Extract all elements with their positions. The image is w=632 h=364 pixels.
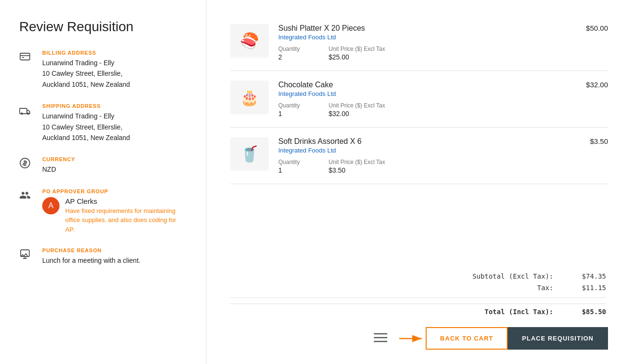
bottom-bar: BACK TO CART PLACE REQUISITION bbox=[230, 327, 608, 350]
item-image: 🍣 bbox=[230, 24, 269, 58]
item-supplier: Integrated Foods Ltd bbox=[278, 147, 565, 154]
unit-price-value: $32.00 bbox=[329, 110, 385, 117]
item-image: 🎂 bbox=[230, 81, 269, 114]
currency-icon bbox=[19, 157, 36, 170]
unit-price-label: Unit Price ($) Excl Tax bbox=[329, 159, 385, 165]
item-total-price: $50.00 bbox=[574, 24, 608, 32]
svg-rect-3 bbox=[20, 108, 27, 114]
purchase-reason-value: Lunch for a meeting with a client. bbox=[42, 255, 141, 266]
item-supplier: Integrated Foods Ltd bbox=[278, 34, 565, 41]
purchase-reason-section: PURCHASE REASON Lunch for a meeting with… bbox=[19, 247, 187, 266]
total-label: Total (Incl Tax): bbox=[457, 308, 553, 316]
total-row: Total (Incl Tax): $85.50 bbox=[230, 304, 606, 316]
totals-section: Subtotal (Excl Tax): $74.35 Tax: $11.15 … bbox=[230, 272, 608, 316]
item-row: 🍣 Sushi Platter X 20 Pieces Integrated F… bbox=[230, 14, 608, 71]
page-title: Review Requisition bbox=[19, 19, 187, 35]
purchase-reason-content: PURCHASE REASON Lunch for a meeting with… bbox=[42, 247, 141, 266]
purchase-reason-icon bbox=[19, 248, 36, 261]
item-name: Sushi Platter X 20 Pieces bbox=[278, 24, 565, 33]
item-name: Soft Drinks Assorted X 6 bbox=[278, 137, 565, 146]
approver-group-row: A AP Clerks Have fixed requirements for … bbox=[42, 197, 187, 235]
subtotal-value: $74.35 bbox=[572, 272, 606, 280]
arrow-icon bbox=[397, 331, 426, 346]
billing-address-section: BILLING ADDRESS Lunarwind Trading - Elly… bbox=[19, 50, 187, 90]
item-details: Chocolate Cake Integrated Foods Ltd Quan… bbox=[278, 81, 565, 117]
approver-content: PO APPROVER GROUP A AP Clerks Have fixed… bbox=[42, 188, 187, 235]
shipping-line-3: Auckland 1051, New Zealand bbox=[42, 134, 130, 141]
billing-label: BILLING ADDRESS bbox=[42, 50, 130, 56]
subtotal-label: Subtotal (Excl Tax): bbox=[457, 272, 553, 280]
purchase-reason-label: PURCHASE REASON bbox=[42, 247, 141, 253]
quantity-group: Quantity 1 bbox=[278, 159, 300, 174]
unit-price-label: Unit Price ($) Excl Tax bbox=[329, 46, 385, 52]
currency-content: CURRENCY NZD bbox=[42, 156, 75, 175]
back-to-cart-button[interactable]: BACK TO CART bbox=[426, 327, 508, 350]
quantity-label: Quantity bbox=[278, 102, 300, 109]
item-meta: Quantity 1 Unit Price ($) Excl Tax $3.50 bbox=[278, 159, 565, 174]
shipping-line-1: Lunarwind Trading - Elly bbox=[42, 112, 114, 120]
tax-value: $11.15 bbox=[572, 284, 606, 292]
shipping-address: Lunarwind Trading - Elly 10 Cawley Stree… bbox=[42, 111, 130, 143]
right-panel: 🍣 Sushi Platter X 20 Pieces Integrated F… bbox=[206, 0, 632, 364]
totals-divider bbox=[230, 297, 606, 298]
quantity-value: 2 bbox=[278, 53, 300, 61]
tax-row: Tax: $11.15 bbox=[457, 284, 606, 292]
item-details: Sushi Platter X 20 Pieces Integrated Foo… bbox=[278, 24, 565, 61]
item-row: 🥤 Soft Drinks Assorted X 6 Integrated Fo… bbox=[230, 128, 608, 184]
billing-line-2: 10 Cawley Street, Ellerslie, bbox=[42, 70, 122, 77]
unit-price-value: $3.50 bbox=[329, 166, 385, 174]
item-meta: Quantity 1 Unit Price ($) Excl Tax $32.0… bbox=[278, 102, 565, 117]
unit-price-label: Unit Price ($) Excl Tax bbox=[329, 102, 385, 109]
approver-avatar: A bbox=[42, 197, 60, 214]
unit-price-group: Unit Price ($) Excl Tax $32.00 bbox=[329, 102, 385, 117]
shipping-icon bbox=[19, 104, 36, 117]
approver-icon bbox=[19, 189, 36, 202]
billing-content: BILLING ADDRESS Lunarwind Trading - Elly… bbox=[42, 50, 130, 90]
shipping-label: SHIPPING ADDRESS bbox=[42, 103, 130, 109]
approver-name: AP Clerks bbox=[65, 197, 187, 205]
page-container: Review Requisition BILLING ADDRESS Lunar… bbox=[0, 0, 632, 364]
unit-price-group: Unit Price ($) Excl Tax $25.00 bbox=[329, 46, 385, 61]
currency-section: CURRENCY NZD bbox=[19, 156, 187, 175]
item-image: 🥤 bbox=[230, 137, 269, 171]
unit-price-value: $25.00 bbox=[329, 53, 385, 61]
billing-icon bbox=[19, 51, 36, 64]
item-meta: Quantity 2 Unit Price ($) Excl Tax $25.0… bbox=[278, 46, 565, 61]
svg-rect-0 bbox=[20, 53, 30, 60]
quantity-label: Quantity bbox=[278, 159, 300, 165]
shipping-content: SHIPPING ADDRESS Lunarwind Trading - Ell… bbox=[42, 103, 130, 143]
billing-address: Lunarwind Trading - Elly 10 Cawley Stree… bbox=[42, 58, 130, 90]
approver-section: PO APPROVER GROUP A AP Clerks Have fixed… bbox=[19, 188, 187, 235]
left-panel: Review Requisition BILLING ADDRESS Lunar… bbox=[0, 0, 206, 364]
approver-description: Have fixed requirements for maintaining … bbox=[65, 206, 187, 235]
unit-price-group: Unit Price ($) Excl Tax $3.50 bbox=[329, 159, 385, 174]
quantity-group: Quantity 2 bbox=[278, 46, 300, 61]
item-total-price: $3.50 bbox=[574, 137, 608, 145]
currency-value: NZD bbox=[42, 164, 75, 175]
item-total-price: $32.00 bbox=[574, 81, 608, 89]
item-details: Soft Drinks Assorted X 6 Integrated Food… bbox=[278, 137, 565, 174]
tax-label: Tax: bbox=[457, 284, 553, 292]
quantity-value: 1 bbox=[278, 166, 300, 174]
approver-info: AP Clerks Have fixed requirements for ma… bbox=[65, 197, 187, 235]
approver-group-label: PO APPROVER GROUP bbox=[42, 188, 187, 194]
menu-icon bbox=[374, 332, 387, 344]
quantity-label: Quantity bbox=[278, 46, 300, 52]
subtotal-row: Subtotal (Excl Tax): $74.35 bbox=[457, 272, 606, 280]
currency-label: CURRENCY bbox=[42, 156, 75, 162]
item-supplier: Integrated Foods Ltd bbox=[278, 90, 565, 97]
total-value: $85.50 bbox=[572, 308, 606, 316]
shipping-line-2: 10 Cawley Street, Ellerslie, bbox=[42, 123, 122, 131]
item-row: 🎂 Chocolate Cake Integrated Foods Ltd Qu… bbox=[230, 71, 608, 128]
item-name: Chocolate Cake bbox=[278, 81, 565, 89]
shipping-address-section: SHIPPING ADDRESS Lunarwind Trading - Ell… bbox=[19, 103, 187, 143]
quantity-value: 1 bbox=[278, 110, 300, 117]
place-requisition-button[interactable]: PLACE REQUISITION bbox=[508, 327, 608, 350]
billing-line-1: Lunarwind Trading - Elly bbox=[42, 59, 114, 67]
billing-line-3: Auckland 1051, New Zealand bbox=[42, 81, 130, 88]
quantity-group: Quantity 1 bbox=[278, 102, 300, 117]
items-list: 🍣 Sushi Platter X 20 Pieces Integrated F… bbox=[230, 14, 608, 263]
